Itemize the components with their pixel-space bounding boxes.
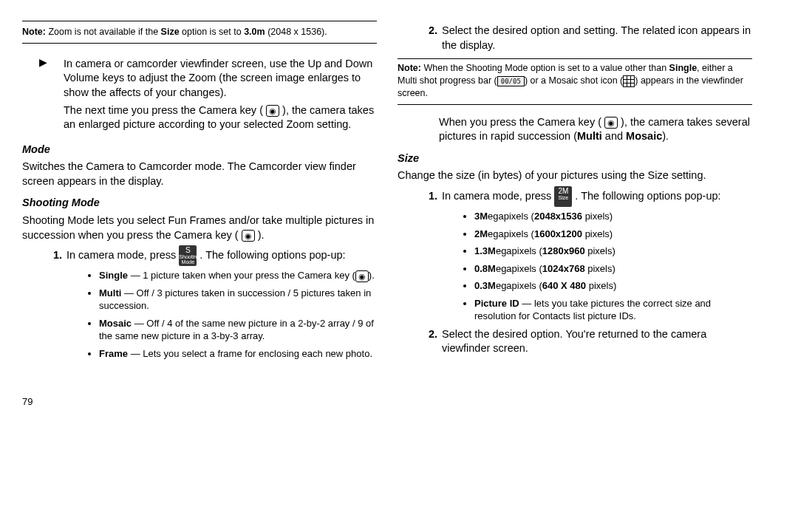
progress-bar-icon: 00/05 — [497, 76, 525, 86]
bullet-list: 3Megapixels (2048x1536 pixels) 2Megapixe… — [457, 210, 752, 323]
shooting-mode-softkey-icon: SShooting Mode — [179, 245, 197, 266]
mosaic-grid-icon — [623, 75, 635, 87]
numbered-list: In camera mode, press 2MSize . The follo… — [421, 186, 752, 356]
size-softkey-icon: 2MSize — [554, 186, 572, 207]
list-item: Frame — Lets you select a frame for encl… — [99, 347, 377, 361]
list-item: In camera mode, press 2MSize . The follo… — [440, 186, 752, 323]
text: 3.0m — [244, 27, 265, 37]
note-zoom-unavailable: Note: Zoom is not available if the Size … — [22, 24, 377, 44]
note-label: Note: — [398, 63, 421, 73]
section-title-mode: Mode — [22, 143, 377, 157]
camera-key-icon: ◉ — [355, 270, 369, 282]
left-column: Note: Zoom is not available if the Size … — [22, 21, 377, 409]
rule — [22, 21, 377, 21]
note-label: Note: — [22, 27, 46, 37]
list-item: In camera mode, press SShooting Mode . T… — [65, 245, 377, 360]
list-item: Single — 1 picture taken when your press… — [99, 269, 377, 282]
arrow-icon: ▶ — [22, 54, 64, 135]
list-item: 0.8Megapixels (1024x768 pixels) — [474, 262, 752, 276]
list-item: 1.3Megapixels (1280x960 pixels) — [474, 245, 752, 258]
bullet-list: Single — 1 picture taken when your press… — [81, 269, 377, 360]
body-text: When you press the Camera key ( ◉ ), the… — [439, 115, 752, 144]
list-item: 3Megapixels (2048x1536 pixels) — [474, 210, 752, 223]
numbered-list: Select the desired option and setting. T… — [421, 24, 752, 52]
two-columns: Note: Zoom is not available if the Size … — [22, 21, 776, 409]
instruction-row: ▶ In camera or camcorder viewfinder scre… — [22, 54, 377, 135]
body-text: Change the size (in bytes) of your pictu… — [398, 168, 752, 183]
text: Size — [161, 27, 180, 37]
text: option is set to — [180, 27, 245, 37]
right-column: Select the desired option and setting. T… — [398, 21, 752, 409]
note-shooting-mode: Note: When the Shooting Mode option is s… — [398, 58, 752, 105]
camera-key-icon: ◉ — [242, 230, 255, 242]
numbered-list: In camera mode, press SShooting Mode . T… — [46, 245, 377, 360]
section-title-size: Size — [398, 151, 752, 166]
camera-key-icon: ◉ — [604, 117, 618, 129]
body-text: Shooting Mode lets you select Fun Frames… — [22, 214, 377, 242]
list-item: Multi — Off / 3 pictures taken in succes… — [99, 287, 377, 313]
body-text: The next time you press the Camera key (… — [64, 103, 377, 132]
section-title-shooting-mode: Shooting Mode — [22, 196, 377, 211]
text: (2048 x 1536). — [265, 27, 327, 37]
list-item: Select the desired option and setting. T… — [440, 24, 752, 52]
body-text: In camera or camcorder viewfinder screen… — [64, 57, 377, 100]
body-text: Switches the Camera to Camcorder mode. T… — [22, 160, 377, 188]
page-number: 79 — [22, 395, 377, 409]
list-item: 0.3Megapixels (640 X 480 pixels) — [474, 279, 752, 293]
list-item: Mosaic — Off / 4 of the same new picture… — [99, 317, 377, 343]
list-item: 2Megapixels (1600x1200 pixels) — [474, 228, 752, 241]
list-item: Select the desired option. You're return… — [440, 327, 752, 356]
camera-key-icon: ◉ — [266, 105, 279, 117]
list-item: Picture ID — lets you take pictures the … — [474, 297, 752, 323]
text: Zoom is not available if the — [46, 27, 161, 37]
